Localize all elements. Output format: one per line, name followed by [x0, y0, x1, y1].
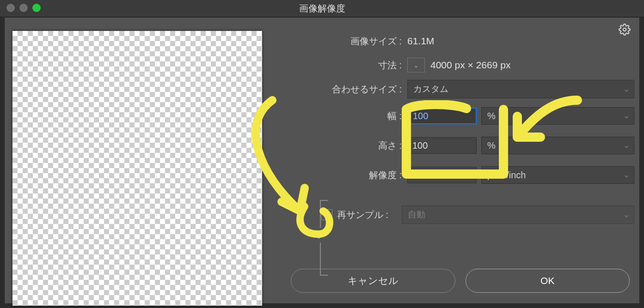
preview-canvas [12, 31, 262, 306]
transparency-checker [12, 31, 262, 306]
resample-method-select: 自動 ⌵ [402, 205, 634, 224]
dimensions-label: 寸法 : [282, 59, 407, 72]
chevron-down-icon: ⌵ [625, 112, 628, 120]
chevron-down-icon: ⌵ [625, 85, 628, 93]
width-input[interactable] [407, 108, 477, 124]
link-icon[interactable] [315, 228, 325, 242]
fit-to-value: カスタム [413, 83, 448, 95]
window-title: 画像解像度 [299, 3, 345, 13]
chevron-down-icon: ⌵ [625, 142, 628, 149]
dimensions-unit-button[interactable]: ⌃ [407, 58, 425, 72]
chevron-down-icon: ⌃ [413, 61, 419, 69]
width-unit-select[interactable]: % ⌵ [481, 107, 634, 125]
resolution-unit-select[interactable]: pixel/inch ⌵ [481, 166, 634, 184]
minimize-window-icon[interactable] [19, 4, 28, 12]
traffic-lights [6, 4, 41, 12]
height-label: 高さ : [356, 139, 407, 152]
controls-panel: 画像サイズ : 61.1M 寸法 : ⌃ 4000 px × 2669 px 合… [282, 25, 634, 296]
resolution-label: 解像度 : [356, 169, 407, 181]
height-unit-value: % [487, 140, 496, 151]
chevron-down-icon: ⌵ [625, 171, 628, 179]
ok-button[interactable]: OK [466, 269, 630, 293]
close-window-icon[interactable] [6, 4, 15, 12]
resample-label: 再サンプル : [337, 209, 402, 221]
width-unit-value: % [487, 111, 496, 121]
width-label: 幅 : [356, 110, 407, 122]
fit-to-select[interactable]: カスタム ⌵ [407, 80, 634, 98]
image-size-value: 61.1M [407, 36, 434, 47]
resample-method-value: 自動 [408, 209, 425, 221]
image-size-dialog: 画像サイズ : 61.1M 寸法 : ⌃ 4000 px × 2669 px 合… [4, 17, 640, 304]
dialog-buttons: キャンセル OK [291, 269, 630, 293]
chevron-down-icon: ⌵ [625, 211, 628, 218]
dimensions-value: 4000 px × 2669 px [430, 60, 510, 71]
title-bar: 画像解像度 [0, 0, 644, 17]
image-size-label: 画像サイズ : [282, 35, 407, 48]
zoom-window-icon[interactable] [32, 4, 41, 12]
height-unit-select[interactable]: % ⌵ [481, 137, 634, 154]
cancel-button[interactable]: キャンセル [291, 269, 455, 293]
resolution-input[interactable] [407, 167, 477, 183]
resolution-unit-value: pixel/inch [487, 170, 526, 181]
fit-to-label: 合わせるサイズ : [282, 83, 407, 96]
height-input[interactable] [407, 137, 477, 154]
